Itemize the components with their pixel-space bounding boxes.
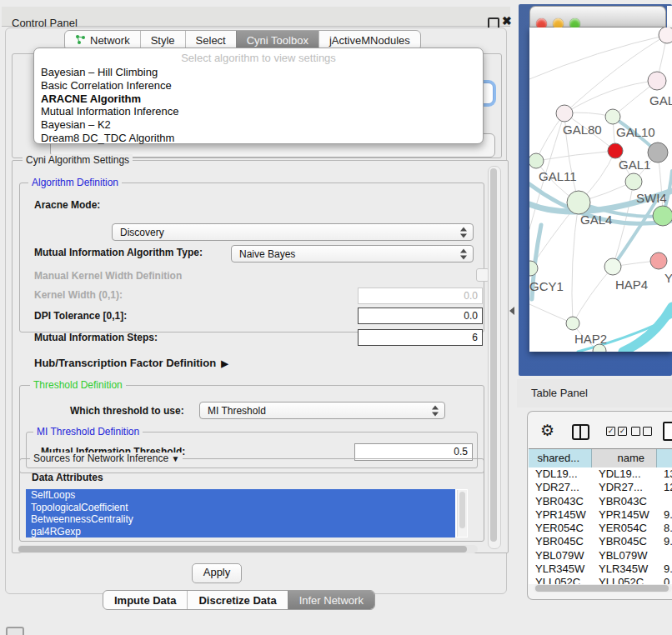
table-cell[interactable]: YBR045C	[529, 535, 592, 548]
network-node-swi4[interactable]	[653, 206, 672, 226]
table-body: YDL19...YDL19...13YDR27...YDR27...12YBR0…	[529, 468, 672, 584]
table-cell[interactable]: 0.	[657, 576, 672, 584]
table-cell[interactable]: 8.	[657, 522, 672, 535]
table-row[interactable]: YPR145WYPR145W9.	[529, 508, 672, 522]
network-node-gal4[interactable]	[567, 191, 590, 214]
attribute-item-gal4rgexp[interactable]: gal4RGexp	[26, 526, 455, 538]
network-node-gal1[interactable]	[625, 173, 642, 190]
network-canvas[interactable]: GALGAL80GAL10GAL1GAL11SWI4GAL4GCY1HAP4YH…	[529, 28, 672, 352]
dpi-tolerance-field[interactable]: 0.0	[358, 308, 483, 324]
table-cell[interactable]: YPR145W	[592, 508, 657, 522]
network-icon	[75, 34, 86, 48]
data-attributes-list[interactable]: SelfLoopsTopologicalCoefficientBetweenne…	[26, 489, 468, 538]
close-icon[interactable]: ✖	[502, 14, 512, 28]
table-cell[interactable]: YDR27...	[592, 481, 657, 494]
table-cell[interactable]: YLR345W	[592, 562, 657, 576]
tab-infer-network[interactable]: Infer Network	[288, 591, 374, 609]
table-cell[interactable]: YBR043C	[529, 495, 592, 508]
node-label-gcy1: GCY1	[529, 279, 564, 293]
which-threshold-combo[interactable]: MI Threshold	[199, 402, 445, 419]
table-cell[interactable]: YBR045C	[592, 535, 657, 548]
table-row[interactable]: YLR345WYLR345W9.	[529, 562, 672, 576]
network-node-gal[interactable]	[648, 72, 666, 90]
table-cell[interactable]: YDL19...	[592, 468, 657, 481]
columns-icon[interactable]	[572, 424, 589, 440]
dropdown-item-bayesian-k2[interactable]: Bayesian – K2	[34, 118, 483, 132]
table-row[interactable]: YDR27...YDR27...12	[529, 481, 672, 494]
attribute-item-betweennesscentrality[interactable]: BetweennessCentrality	[26, 513, 455, 526]
table-cell[interactable]: YBL079W	[529, 549, 592, 562]
table-cell[interactable]	[657, 495, 672, 508]
panel-title: Cyni Algorithm Settings	[23, 154, 133, 166]
select-all-checks-icon[interactable]: ✓✓	[606, 427, 627, 436]
table-cell[interactable]: YDR27...	[529, 481, 592, 494]
table-row[interactable]: YBR045CYBR045C9.	[529, 535, 672, 548]
tab-label: Cyni Toolbox	[247, 34, 308, 47]
network-node-hap2[interactable]	[566, 317, 579, 330]
kernel-width-field[interactable]: 0.0	[358, 288, 483, 304]
expand-right-icon: ▶	[221, 358, 228, 369]
table-cell[interactable]: 9.	[657, 508, 672, 522]
table-cell[interactable]: 9.	[657, 562, 672, 576]
network-node-salmon[interactable]	[650, 252, 667, 269]
panel-divider-arrow[interactable]	[509, 307, 514, 315]
attribute-item-selfloops[interactable]: SelfLoops	[26, 489, 455, 502]
window-edge-gap	[667, 6, 672, 28]
dpi-tolerance-label: DPI Tolerance [0,1]:	[34, 310, 127, 322]
network-node-gal10[interactable]	[605, 109, 620, 124]
network-node-hap4[interactable]	[604, 258, 621, 275]
tab-discretize-data[interactable]: Discretize Data	[187, 591, 287, 609]
table-cell[interactable]: YER054C	[529, 522, 592, 535]
table-cell[interactable]: YBR043C	[592, 495, 657, 508]
hub-definition-toggle[interactable]: Hub/Transcription Factor Definition▶	[34, 357, 228, 369]
table-horizontal-scrollbar[interactable]	[534, 584, 672, 592]
table-cell[interactable]: YER054C	[592, 522, 657, 535]
stepper-arrows-icon	[460, 248, 468, 259]
list-scrollbar[interactable]	[457, 490, 467, 537]
network-edge	[613, 201, 656, 267]
horizontal-scrollbar[interactable]	[18, 545, 478, 553]
table-cell[interactable]: YLL052C	[529, 576, 592, 584]
table-row[interactable]: YER054CYER054C8.	[529, 522, 672, 535]
network-node-gray[interactable]	[648, 142, 668, 162]
apply-button[interactable]: Apply	[192, 563, 242, 583]
gear-icon[interactable]: ⚙	[540, 421, 554, 440]
table-cell[interactable]: 12	[657, 481, 672, 494]
network-node-top[interactable]	[659, 28, 672, 43]
table-row[interactable]: YBR043CYBR043C	[529, 495, 672, 508]
dropdown-item-bayesian-hill-climbing[interactable]: Bayesian – Hill Climbing	[34, 66, 483, 79]
cyni-algorithm-settings-panel: Cyni Algorithm Settings Algorithm Defini…	[12, 160, 509, 553]
network-window-titlebar[interactable]	[529, 6, 666, 28]
dropdown-item-dream8-dc-tdc-algorithm[interactable]: Dream8 DC_TDC Algorithm	[34, 132, 483, 145]
table-cell[interactable]: YBL079W	[592, 549, 657, 562]
attribute-item-topologicalcoefficient[interactable]: TopologicalCoefficient	[26, 502, 455, 514]
sources-title-row[interactable]: Sources for Network Inference ▼	[30, 452, 183, 465]
table-row[interactable]: YLL052CYLL052C0.	[529, 576, 672, 584]
deselect-all-checks-icon[interactable]	[631, 427, 652, 436]
table-cell[interactable]: 13	[657, 468, 672, 481]
dropdown-item-mutual-information-inference[interactable]: Mutual Information Inference	[34, 105, 483, 118]
table-cell[interactable]	[657, 549, 672, 562]
network-node-red[interactable]	[608, 143, 623, 158]
table-cell[interactable]: 9.	[657, 535, 672, 548]
mi-type-label: Mutual Information Algorithm Type:	[34, 247, 203, 258]
vertical-scrollbar[interactable]	[488, 166, 501, 549]
aracne-mode-combo[interactable]: Discovery	[112, 223, 474, 241]
dropdown-item-basic-correlation-inference[interactable]: Basic Correlation Inference	[34, 79, 483, 92]
dropdown-item-aracne-algorithm[interactable]: ARACNE Algorithm	[34, 92, 483, 106]
column-header-a[interactable]: A	[657, 449, 672, 468]
export-table-icon[interactable]	[663, 422, 672, 441]
network-node-gal11[interactable]	[529, 153, 544, 168]
table-cell[interactable]: YLR345W	[529, 562, 592, 576]
table-cell[interactable]: YLL052C	[592, 576, 657, 584]
table-cell[interactable]: YPR145W	[529, 508, 592, 522]
mi-type-combo[interactable]: Naive Bayes	[231, 245, 474, 262]
table-row[interactable]: YBL079WYBL079W	[529, 549, 672, 562]
tab-impute-data[interactable]: Impute Data	[103, 591, 187, 609]
column-header-name[interactable]: name	[592, 449, 657, 468]
table-row[interactable]: YDL19...YDL19...13	[529, 468, 672, 481]
table-cell[interactable]: YDL19...	[529, 468, 592, 481]
network-node-gal80[interactable]	[556, 105, 573, 122]
column-header-shared[interactable]: shared...	[529, 449, 592, 468]
mi-steps-field[interactable]: 6	[358, 329, 483, 346]
